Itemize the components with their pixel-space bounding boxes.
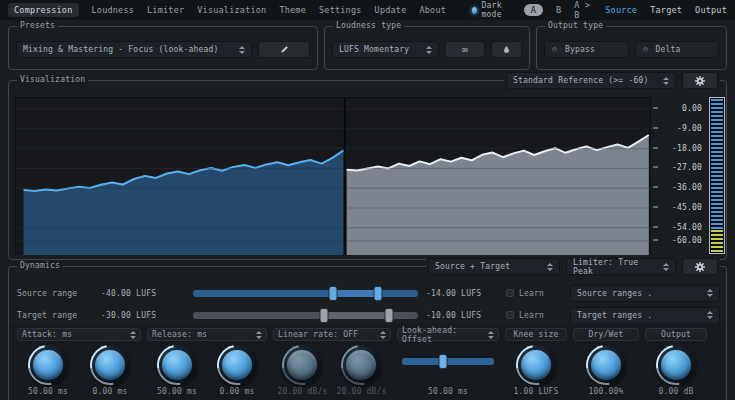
target-ranges-dropdown[interactable]: Target ranges .	[570, 307, 720, 324]
loudness-graph[interactable]	[15, 97, 651, 254]
target-learn-checkbox[interactable]: Learn	[506, 311, 562, 320]
loudness-type-legend: Loudness type	[333, 21, 404, 30]
output-header: Output	[645, 328, 707, 341]
source-ranges-dropdown[interactable]: Source ranges .	[570, 285, 720, 302]
attack-mode-dropdown[interactable]: Attack: ms	[17, 328, 141, 341]
dynamics-rows: Source range -40.00 LUFS -14.00 LUFS Lea…	[17, 283, 720, 327]
reference-dropdown[interactable]: Standard Reference (>= -60)	[506, 72, 676, 89]
bypass-toggle[interactable]: Bypass	[544, 41, 629, 58]
output-type-group: Output type Bypass Delta	[536, 26, 727, 70]
release-mode-dropdown[interactable]: Release: ms	[147, 328, 267, 341]
preset-b-button[interactable]: B	[556, 5, 561, 15]
linear-rate-down-value[interactable]: 20.00 dB/s	[336, 387, 386, 396]
drywet-knob[interactable]	[586, 345, 626, 385]
menu-item-theme[interactable]: Theme	[279, 5, 306, 15]
target-range-value[interactable]: -30.00 LUFS	[101, 311, 185, 320]
output-label: Output	[661, 330, 691, 339]
loudness-type-dropdown[interactable]: LUFS Momentary	[332, 41, 439, 58]
menu-item-limiter[interactable]: Limiter	[147, 5, 184, 15]
lookahead-label: Look-ahead: Offset	[402, 326, 488, 344]
menu-item-loudness[interactable]: Loudness	[92, 5, 135, 15]
knee-knob[interactable]	[516, 345, 556, 385]
menu-item-update[interactable]: Update	[375, 5, 407, 15]
target-range-slider[interactable]	[193, 312, 418, 319]
source-range-value[interactable]: -40.00 LUFS	[101, 289, 185, 298]
linear-rate-down-knob[interactable]	[341, 345, 381, 385]
gear-icon	[694, 261, 706, 273]
source-learn-checkbox[interactable]: Learn	[506, 289, 562, 298]
target-range-handle-high[interactable]	[384, 308, 393, 323]
combo-arrows-icon	[663, 77, 669, 85]
lookahead-handle[interactable]	[439, 354, 448, 369]
level-meter-blue-segment	[711, 99, 723, 230]
preset-edit-button[interactable]	[258, 41, 310, 58]
menu-item-compression[interactable]: Compression	[8, 3, 79, 17]
output-value[interactable]: 0.00 dB	[658, 387, 693, 396]
presets-dropdown[interactable]: Mixing & Mastering - Focus (look-ahead)	[16, 41, 252, 58]
top-groups-row: Presets Mixing & Mastering - Focus (look…	[8, 26, 727, 70]
source-threshold-value[interactable]: -14.00 LUFS	[426, 289, 498, 298]
drywet-label: Dry/Wet	[588, 330, 623, 339]
lookahead-mode-dropdown[interactable]: Look-ahead: Offset	[397, 328, 499, 341]
combo-arrows-icon	[707, 311, 713, 319]
limiter-mode-dropdown[interactable]: Limiter: True Peak	[566, 258, 676, 275]
droplet-icon	[502, 45, 511, 54]
view-tab-target[interactable]: Target	[650, 5, 682, 15]
preset-a-button[interactable]: A	[524, 4, 543, 16]
lookahead-slider[interactable]	[402, 358, 494, 365]
target-range-handle-low[interactable]	[319, 308, 328, 323]
plugin-window: { "colors": { "accent": "#4fa8e8", "mete…	[0, 0, 735, 400]
menu-item-settings[interactable]: Settings	[319, 5, 362, 15]
menubar: Compression Loudness Limiter Visualizati…	[0, 0, 735, 20]
y-axis-label: -54.00	[653, 222, 705, 231]
visualization-group: Visualization Standard Reference (>= -60…	[8, 80, 727, 260]
combo-arrows-icon	[547, 263, 553, 271]
presets-selected-value: Mixing & Mastering - Focus (look-ahead)	[23, 45, 219, 54]
integrate-link-button[interactable]: ∞	[445, 41, 485, 58]
target-threshold-value[interactable]: -10.00 LUFS	[426, 311, 498, 320]
view-tab-output[interactable]: Output	[695, 5, 727, 15]
release-hold-value[interactable]: 0.00 ms	[219, 387, 254, 396]
combo-arrows-icon	[380, 331, 386, 339]
release-knob[interactable]	[157, 345, 197, 385]
source-range-handle-high[interactable]	[373, 286, 382, 301]
combo-arrows-icon	[256, 331, 262, 339]
dark-mode-indicator-icon	[472, 7, 477, 14]
dynamics-settings-button[interactable]	[682, 258, 718, 275]
checkbox-icon	[506, 311, 514, 319]
attack-knob[interactable]	[28, 345, 68, 385]
loudness-type-group: Loudness type LUFS Momentary ∞	[324, 26, 530, 70]
dark-mode-toggle[interactable]: Dark mode	[472, 1, 511, 19]
release-value[interactable]: 50.00 ms	[157, 387, 197, 396]
knee-value[interactable]: 1.00 LUFS	[513, 387, 558, 396]
combo-arrows-icon	[663, 263, 669, 271]
view-tab-source[interactable]: Source	[605, 5, 637, 15]
attack-hold-knob[interactable]	[90, 345, 130, 385]
copy-a-to-b-button[interactable]: A > B	[574, 0, 592, 20]
dark-mode-label: Dark mode	[482, 1, 511, 19]
target-learn-label: Learn	[519, 311, 544, 320]
combo-arrows-icon	[707, 289, 713, 297]
release-hold-knob[interactable]	[217, 345, 257, 385]
menu-item-about[interactable]: About	[419, 5, 446, 15]
knob-strip: Attack: ms 50.00 ms 0.00 ms Releas	[10, 323, 725, 400]
source-range-active-track	[333, 290, 378, 297]
linear-rate-dropdown[interactable]: Linear rate: OFF	[273, 328, 391, 341]
output-knob[interactable]	[656, 345, 696, 385]
bypass-label: Bypass	[565, 45, 595, 54]
combo-arrows-icon	[426, 46, 432, 54]
attack-value[interactable]: 50.00 ms	[28, 387, 68, 396]
linear-rate-label: Linear rate: OFF	[278, 330, 358, 339]
menu-item-visualization[interactable]: Visualization	[197, 5, 266, 15]
reset-loudness-button[interactable]	[491, 41, 522, 58]
source-range-slider[interactable]	[193, 290, 418, 297]
delta-toggle[interactable]: Delta	[635, 41, 720, 58]
linear-rate-up-value[interactable]: 20.00 dB/s	[277, 387, 327, 396]
lookahead-value[interactable]: 50.00 ms	[428, 387, 468, 396]
attack-hold-value[interactable]: 0.00 ms	[92, 387, 127, 396]
source-range-handle-low[interactable]	[328, 286, 337, 301]
drywet-value[interactable]: 100.00%	[588, 387, 623, 396]
dynamics-mode-dropdown[interactable]: Source + Target	[428, 258, 560, 275]
linear-rate-up-knob[interactable]	[282, 345, 322, 385]
visualization-settings-button[interactable]	[682, 72, 718, 89]
